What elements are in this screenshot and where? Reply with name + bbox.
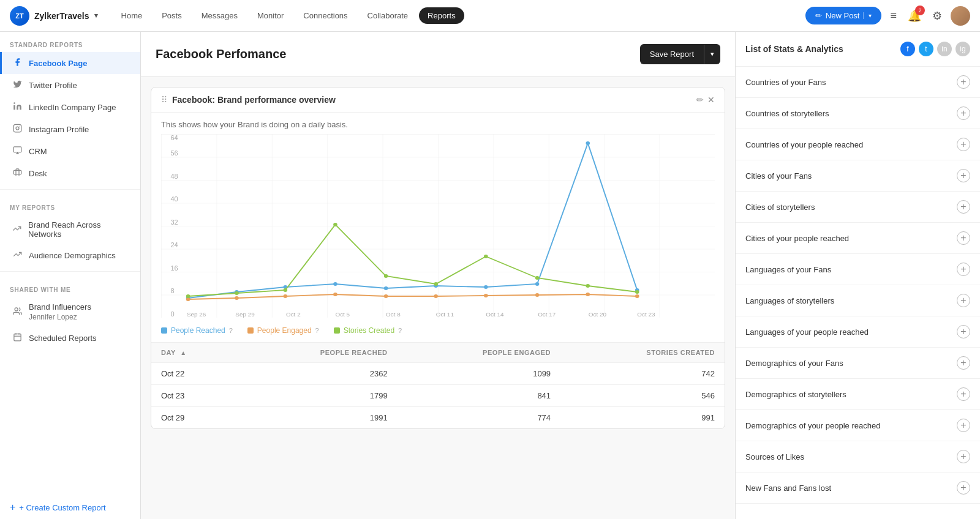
sidebar-item-crm[interactable]: CRM bbox=[0, 140, 140, 162]
add-cities-reached-button[interactable]: + bbox=[957, 231, 970, 245]
nav-links: Home Posts Messages Monitor Connections … bbox=[113, 7, 801, 24]
facebook-social-icon[interactable]: f bbox=[900, 42, 915, 56]
new-post-button[interactable]: ✏ New Post ▾ bbox=[805, 7, 882, 24]
analytics-languages-fans[interactable]: Languages of your Fans + bbox=[736, 254, 980, 285]
people-reached-dot bbox=[161, 327, 167, 334]
nav-reports[interactable]: Reports bbox=[419, 7, 464, 24]
sidebar-item-instagram[interactable]: Instagram Profile bbox=[0, 118, 140, 140]
sidebar-item-brand-reach[interactable]: Brand Reach Across Networks bbox=[0, 215, 140, 244]
sidebar-item-audience-demo[interactable]: Audience Demographics bbox=[0, 244, 140, 266]
linkedin-social-icon[interactable]: in bbox=[937, 42, 952, 56]
analytics-languages-storytellers[interactable]: Languages of storytellers + bbox=[736, 285, 980, 316]
save-report-arrow-icon[interactable]: ▾ bbox=[704, 45, 720, 64]
svg-point-59 bbox=[635, 290, 639, 294]
add-cities-fans-button[interactable]: + bbox=[957, 169, 970, 182]
svg-text:32: 32 bbox=[170, 218, 178, 225]
plus-icon: + bbox=[10, 502, 15, 513]
close-chart-button[interactable]: ✕ bbox=[707, 95, 715, 105]
add-countries-storytellers-button[interactable]: + bbox=[957, 106, 970, 120]
analytics-languages-reached[interactable]: Languages of your people reached + bbox=[736, 316, 980, 348]
add-demographics-reached-button[interactable]: + bbox=[957, 419, 970, 432]
add-languages-reached-button[interactable]: + bbox=[957, 325, 970, 338]
col-day[interactable]: DAY ▲ bbox=[151, 343, 235, 363]
settings-button[interactable]: ⚙ bbox=[930, 7, 944, 25]
analytics-countries-fans[interactable]: Countries of your Fans + bbox=[736, 67, 980, 98]
standard-reports-label: STANDARD REPORTS bbox=[0, 32, 140, 52]
nav-messages[interactable]: Messages bbox=[193, 7, 246, 24]
sidebar-item-desk[interactable]: Desk bbox=[0, 162, 140, 184]
edit-icon: ✏ bbox=[815, 11, 822, 20]
brand-dropdown-icon[interactable]: ▾ bbox=[94, 12, 98, 20]
svg-point-44 bbox=[384, 294, 388, 298]
brand-name: ZylkerTravels bbox=[34, 11, 89, 21]
svg-point-34 bbox=[384, 286, 388, 290]
add-countries-reached-button[interactable]: + bbox=[957, 138, 970, 151]
row-1-day: Oct 23 bbox=[151, 385, 235, 407]
svg-point-33 bbox=[333, 282, 337, 286]
col-people-reached[interactable]: PEOPLE REACHED bbox=[235, 343, 397, 363]
analytics-new-fans[interactable]: New Fans and Fans lost + bbox=[736, 472, 980, 504]
notifications-button[interactable]: 🔔 2 bbox=[905, 7, 924, 25]
add-languages-fans-button[interactable]: + bbox=[957, 263, 970, 276]
add-cities-storytellers-button[interactable]: + bbox=[957, 200, 970, 214]
svg-text:24: 24 bbox=[170, 241, 178, 248]
edit-chart-button[interactable]: ✏ bbox=[696, 95, 704, 105]
svg-point-54 bbox=[384, 274, 388, 278]
report-title: Facebook Perfomance bbox=[156, 47, 286, 61]
row-0-reached: 2362 bbox=[235, 363, 397, 385]
nav-connections[interactable]: Connections bbox=[295, 7, 356, 24]
analytics-demographics-fans[interactable]: Demographics of your Fans + bbox=[736, 348, 980, 379]
analytics-cities-reached[interactable]: Cities of your people reached + bbox=[736, 223, 980, 254]
svg-text:Sep 26: Sep 26 bbox=[187, 311, 206, 317]
sidebar-item-facebook-page[interactable]: Facebook Page bbox=[0, 52, 140, 74]
svg-point-46 bbox=[484, 294, 488, 297]
sidebar-item-brand-influencers[interactable]: Brand Influencers Jennifer Lopez bbox=[0, 297, 140, 327]
sidebar-item-twitter-profile[interactable]: Twitter Profile bbox=[0, 74, 140, 96]
add-languages-storytellers-button[interactable]: + bbox=[957, 294, 970, 307]
row-1-reached: 1799 bbox=[235, 385, 397, 407]
add-sources-likes-button[interactable]: + bbox=[957, 450, 970, 463]
stories-created-dot bbox=[334, 327, 340, 334]
help-icon-reached: ? bbox=[229, 327, 233, 334]
add-demographics-storytellers-button[interactable]: + bbox=[957, 387, 970, 401]
nav-collaborate[interactable]: Collaborate bbox=[359, 7, 417, 24]
hamburger-menu-button[interactable]: ≡ bbox=[888, 7, 899, 24]
analytics-countries-storytellers[interactable]: Countries of storytellers + bbox=[736, 98, 980, 129]
sidebar-crm-label: CRM bbox=[29, 147, 47, 156]
brand-logo[interactable]: ZT ZylkerTravels ▾ bbox=[10, 6, 98, 26]
people-engaged-dot bbox=[247, 327, 254, 334]
svg-point-38 bbox=[586, 141, 590, 145]
add-demographics-fans-button[interactable]: + bbox=[957, 356, 970, 370]
sidebar-item-scheduled-reports[interactable]: Scheduled Reports bbox=[0, 327, 140, 349]
analytics-demographics-reached[interactable]: Demographics of your people reached + bbox=[736, 410, 980, 441]
svg-point-48 bbox=[586, 293, 590, 296]
add-countries-fans-button[interactable]: + bbox=[957, 75, 970, 89]
sidebar-brand-influencers-label: Brand Influencers bbox=[29, 302, 91, 312]
nav-home[interactable]: Home bbox=[113, 7, 151, 24]
svg-text:Oct 14: Oct 14 bbox=[486, 311, 503, 317]
legend-people-engaged: People Engaged ? bbox=[247, 326, 319, 335]
new-post-arrow-icon[interactable]: ▾ bbox=[863, 12, 872, 19]
nav-posts[interactable]: Posts bbox=[153, 7, 190, 24]
nav-monitor[interactable]: Monitor bbox=[249, 7, 292, 24]
twitter-icon bbox=[12, 80, 23, 91]
analytics-countries-reached[interactable]: Countries of your people reached + bbox=[736, 129, 980, 160]
add-new-fans-button[interactable]: + bbox=[957, 481, 970, 495]
sidebar-facebook-page-label: Facebook Page bbox=[29, 59, 87, 68]
analytics-demographics-storytellers[interactable]: Demographics of storytellers + bbox=[736, 379, 980, 410]
sidebar-item-linkedin[interactable]: LinkedIn Company Page bbox=[0, 96, 140, 118]
legend-people-reached: People Reached ? bbox=[161, 326, 233, 335]
twitter-social-icon[interactable]: t bbox=[919, 42, 933, 56]
col-stories-created[interactable]: STORIES CREATED bbox=[560, 343, 725, 363]
avatar[interactable] bbox=[951, 6, 970, 26]
instagram-social-icon[interactable]: ig bbox=[956, 42, 970, 56]
svg-point-5 bbox=[15, 307, 18, 310]
col-people-engaged[interactable]: PEOPLE ENGAGED bbox=[398, 343, 560, 363]
analytics-cities-storytellers[interactable]: Cities of storytellers + bbox=[736, 192, 980, 223]
create-custom-report[interactable]: + + Create Custom Report bbox=[0, 496, 140, 519]
analytics-cities-fans[interactable]: Cities of your Fans + bbox=[736, 160, 980, 192]
chart-subtitle: This shows how your Brand is doing on a … bbox=[151, 113, 725, 129]
calendar-icon bbox=[12, 332, 23, 343]
save-report-button[interactable]: Save Report ▾ bbox=[640, 44, 720, 64]
analytics-sources-likes[interactable]: Sources of Likes + bbox=[736, 441, 980, 472]
